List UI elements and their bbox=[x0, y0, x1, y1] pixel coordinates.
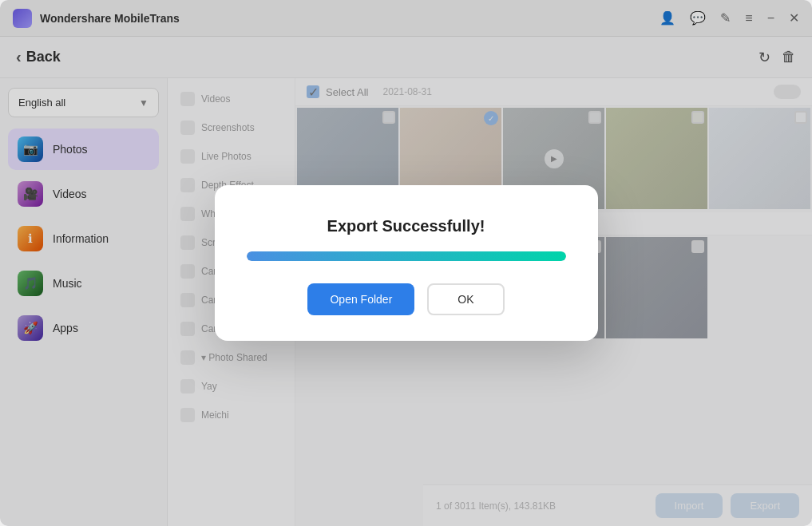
open-folder-button[interactable]: Open Folder bbox=[307, 283, 414, 315]
ok-button[interactable]: OK bbox=[427, 283, 504, 315]
modal-overlay: Export Successfully! Open Folder OK bbox=[0, 0, 812, 526]
progress-bar-fill bbox=[247, 251, 566, 261]
app-window: Wondershare MobileTrans 👤 💬 ✎ ≡ − ✕ ‹ Ba… bbox=[0, 0, 812, 526]
export-success-modal: Export Successfully! Open Folder OK bbox=[215, 185, 598, 341]
modal-buttons: Open Folder OK bbox=[307, 283, 504, 315]
progress-bar-container bbox=[247, 251, 566, 261]
modal-title: Export Successfully! bbox=[327, 217, 485, 235]
